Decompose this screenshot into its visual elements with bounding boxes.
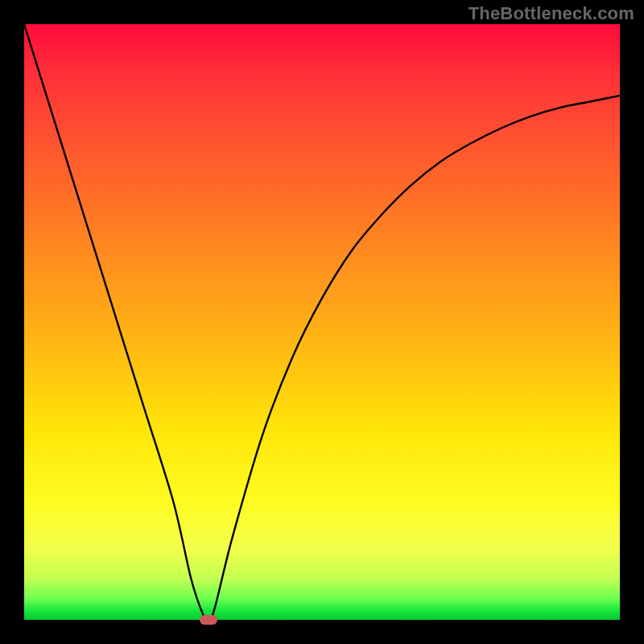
bottleneck-curve [24, 24, 620, 620]
chart-frame: TheBottleneck.com [0, 0, 644, 644]
minimum-marker [200, 615, 217, 625]
watermark-text: TheBottleneck.com [469, 3, 634, 24]
plot-area [24, 24, 620, 620]
